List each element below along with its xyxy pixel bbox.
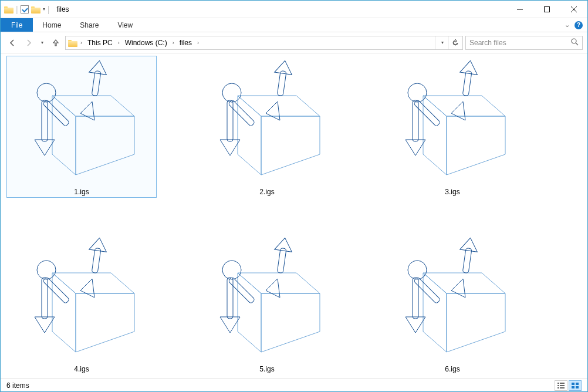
tab-share[interactable]: Share — [70, 18, 108, 32]
chevron-right-icon[interactable]: › — [79, 40, 84, 46]
file-item[interactable]: 6.igs — [377, 233, 528, 375]
svg-marker-25 — [266, 102, 280, 120]
svg-marker-41 — [76, 293, 134, 352]
svg-marker-69 — [451, 279, 465, 298]
chevron-right-icon[interactable]: › — [116, 40, 121, 46]
svg-point-20 — [222, 83, 241, 102]
svg-marker-36 — [451, 102, 465, 120]
svg-rect-48 — [42, 278, 48, 319]
svg-marker-62 — [423, 273, 447, 352]
customize-qat-icon[interactable]: ▾ — [43, 6, 45, 12]
new-folder-icon[interactable] — [31, 5, 40, 13]
svg-marker-27 — [220, 140, 240, 156]
svg-rect-43 — [92, 248, 101, 273]
title-bar: | ▾ | files — [1, 1, 587, 18]
recent-locations-button[interactable]: ▾ — [38, 36, 46, 50]
svg-marker-58 — [266, 279, 280, 298]
file-grid[interactable]: 1.igs 2.igs 3.ig — [1, 53, 587, 377]
properties-icon[interactable] — [21, 5, 29, 13]
file-item[interactable]: 2.igs — [192, 56, 342, 198]
breadcrumb-segment[interactable]: Windows (C:) — [123, 36, 170, 49]
maximize-button[interactable] — [533, 1, 560, 18]
svg-rect-35 — [414, 100, 441, 127]
cad-file-icon — [200, 235, 334, 364]
svg-marker-18 — [238, 96, 261, 175]
svg-line-67 — [423, 252, 464, 267]
history-dropdown-button[interactable]: ▾ — [435, 36, 448, 49]
breadcrumb-segment[interactable]: files — [177, 36, 194, 49]
tab-view[interactable]: View — [108, 18, 142, 32]
svg-rect-59 — [227, 278, 233, 319]
svg-point-31 — [408, 83, 427, 102]
svg-rect-54 — [277, 248, 286, 273]
svg-line-56 — [238, 252, 279, 267]
chevron-right-icon[interactable]: › — [171, 40, 176, 46]
minimize-button[interactable] — [506, 1, 533, 18]
svg-marker-71 — [405, 317, 425, 333]
chevron-right-icon[interactable]: › — [195, 40, 201, 46]
cad-file-icon — [200, 58, 334, 187]
svg-rect-1 — [545, 6, 550, 12]
svg-rect-24 — [228, 100, 255, 127]
refresh-button[interactable] — [448, 36, 461, 49]
address-bar[interactable]: › This PC › Windows (C:) › files › ▾ — [65, 36, 463, 50]
svg-marker-49 — [35, 317, 55, 333]
svg-point-9 — [37, 83, 56, 102]
svg-rect-81 — [576, 386, 579, 388]
separator: | — [16, 5, 18, 14]
file-name: 2.igs — [259, 187, 274, 196]
svg-marker-19 — [261, 116, 320, 175]
svg-marker-16 — [35, 140, 55, 156]
forward-button[interactable] — [22, 36, 36, 50]
window-title: files — [52, 5, 69, 13]
chevron-down-icon[interactable]: ⌄ — [565, 21, 570, 29]
separator: | — [48, 5, 50, 14]
svg-rect-77 — [560, 387, 565, 388]
svg-line-45 — [52, 252, 93, 267]
svg-marker-44 — [89, 238, 109, 252]
status-bar: 6 items — [1, 379, 587, 391]
file-item[interactable]: 1.igs — [6, 56, 157, 198]
svg-rect-57 — [228, 277, 255, 304]
svg-marker-40 — [52, 273, 76, 352]
svg-marker-38 — [405, 140, 425, 156]
back-button[interactable] — [5, 36, 19, 50]
svg-point-53 — [222, 261, 241, 279]
close-button[interactable] — [560, 1, 587, 18]
up-button[interactable] — [49, 36, 63, 50]
svg-rect-37 — [413, 100, 418, 141]
file-name: 6.igs — [445, 364, 459, 373]
cad-file-icon — [14, 58, 149, 187]
file-item[interactable]: 5.igs — [192, 233, 342, 375]
svg-rect-68 — [414, 277, 441, 304]
file-item[interactable]: 3.igs — [377, 56, 528, 198]
breadcrumb-segment[interactable]: This PC — [85, 36, 115, 49]
svg-rect-21 — [277, 71, 286, 96]
svg-line-23 — [238, 75, 279, 90]
address-bar-buttons: ▾ — [435, 36, 461, 49]
search-input[interactable] — [469, 39, 567, 47]
help-icon[interactable]: ? — [575, 21, 583, 29]
thumbnails-view-button[interactable] — [569, 380, 582, 391]
details-view-button[interactable] — [555, 380, 567, 391]
search-box[interactable] — [465, 36, 583, 50]
ribbon-right: ⌄ ? — [565, 18, 587, 32]
svg-marker-66 — [460, 238, 479, 252]
search-icon[interactable] — [571, 38, 579, 48]
svg-marker-11 — [89, 60, 109, 75]
folder-icon — [68, 39, 77, 47]
file-item[interactable]: 4.igs — [6, 233, 157, 375]
svg-rect-32 — [462, 71, 472, 96]
svg-marker-47 — [80, 279, 94, 298]
quick-access-toolbar: | ▾ | files — [1, 5, 69, 14]
svg-marker-55 — [275, 238, 294, 252]
svg-rect-15 — [42, 100, 48, 141]
svg-rect-74 — [557, 385, 559, 386]
svg-marker-30 — [447, 116, 505, 175]
window-controls — [506, 1, 587, 18]
svg-rect-80 — [572, 386, 575, 388]
file-tab[interactable]: File — [1, 18, 33, 32]
svg-marker-33 — [460, 60, 479, 75]
svg-rect-78 — [572, 383, 575, 385]
tab-home[interactable]: Home — [33, 18, 70, 32]
